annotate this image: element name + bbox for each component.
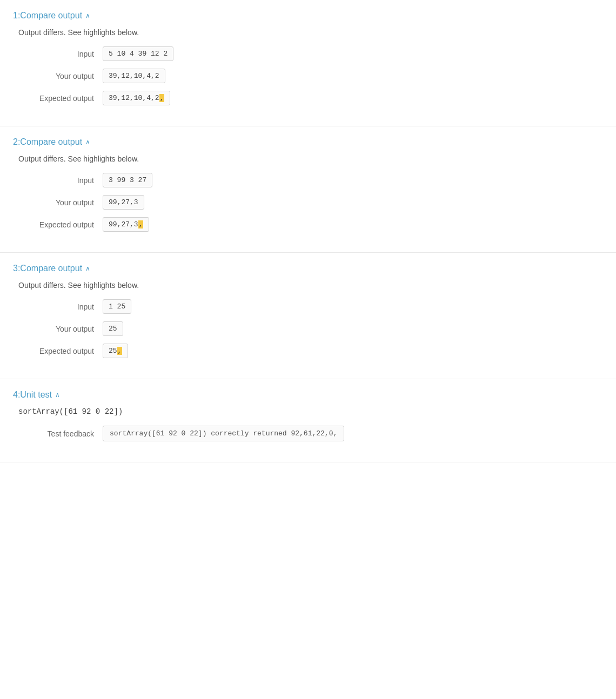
section-1-expected-plain: 39,12,10,4,2 <box>109 94 159 102</box>
section-2-title: 2:Compare output <box>13 137 82 147</box>
section-4-feedback-value: sortArray([61 92 0 22]) correctly return… <box>103 426 344 441</box>
section-3-header[interactable]: 3:Compare output ∧ <box>13 264 603 273</box>
section-2-expected-highlight: , <box>138 220 144 228</box>
section-4-title: 4:Unit test <box>13 390 52 400</box>
section-1-input-row: Input 5 10 4 39 12 2 <box>18 46 603 61</box>
section-1-header[interactable]: 1:Compare output ∧ <box>13 11 603 21</box>
section-1-expected-output-value: 39,12,10,4,2, <box>103 91 170 105</box>
section-1-chevron: ∧ <box>85 12 90 19</box>
section-2-header[interactable]: 2:Compare output ∧ <box>13 137 603 147</box>
section-1-your-output-label: Your output <box>18 72 94 80</box>
section-1-your-output-row: Your output 39,12,10,4,2 <box>18 69 603 83</box>
section-2-your-output-label: Your output <box>18 198 94 207</box>
section-4-unit-call: sortArray([61 92 0 22]) <box>18 407 603 416</box>
section-3-expected-output-row: Expected output 25, <box>18 344 603 358</box>
section-2-your-output-value: 99,27,3 <box>103 195 144 210</box>
section-1-expected-highlight: , <box>159 94 165 102</box>
section-1-your-output-value: 39,12,10,4,2 <box>103 69 165 83</box>
section-3-input-row: Input 1 25 <box>18 299 603 314</box>
section-1-title: 1:Compare output <box>13 11 82 21</box>
section-3-expected-plain: 25 <box>109 347 117 355</box>
section-2-expected-output-value: 99,27,3, <box>103 217 149 232</box>
section-3-your-output-label: Your output <box>18 325 94 333</box>
section-2-expected-output-row: Expected output 99,27,3, <box>18 217 603 232</box>
section-3-title: 3:Compare output <box>13 264 82 273</box>
compare-output-section-3: 3:Compare output ∧ Output differs. See h… <box>0 253 616 379</box>
section-2-expected-plain: 99,27,3 <box>109 220 138 228</box>
unit-test-section-4: 4:Unit test ∧ sortArray([61 92 0 22]) Te… <box>0 379 616 462</box>
section-3-input-value: 1 25 <box>103 299 131 314</box>
section-4-feedback-label: Test feedback <box>18 429 94 438</box>
section-1-status: Output differs. See highlights below. <box>18 28 603 37</box>
section-4-header[interactable]: 4:Unit test ∧ <box>13 390 603 400</box>
section-3-expected-output-value: 25, <box>103 344 128 358</box>
section-3-expected-output-label: Expected output <box>18 347 94 355</box>
section-1-input-label: Input <box>18 50 94 58</box>
section-1-expected-output-row: Expected output 39,12,10,4,2, <box>18 91 603 105</box>
section-3-your-output-value: 25 <box>103 321 123 336</box>
section-2-expected-output-label: Expected output <box>18 220 94 229</box>
section-2-input-value: 3 99 3 27 <box>103 173 152 187</box>
section-3-status: Output differs. See highlights below. <box>18 281 603 290</box>
section-3-expected-highlight: , <box>117 347 123 355</box>
section-4-feedback-row: Test feedback sortArray([61 92 0 22]) co… <box>18 426 603 441</box>
section-2-input-label: Input <box>18 176 94 185</box>
section-2-your-output-row: Your output 99,27,3 <box>18 195 603 210</box>
compare-output-section-2: 2:Compare output ∧ Output differs. See h… <box>0 126 616 253</box>
section-3-input-label: Input <box>18 303 94 311</box>
section-3-your-output-row: Your output 25 <box>18 321 603 336</box>
section-2-chevron: ∧ <box>85 138 90 146</box>
section-1-expected-output-label: Expected output <box>18 94 94 103</box>
section-4-chevron: ∧ <box>55 391 60 399</box>
section-3-chevron: ∧ <box>85 265 90 272</box>
compare-output-section-1: 1:Compare output ∧ Output differs. See h… <box>0 0 616 126</box>
section-2-status: Output differs. See highlights below. <box>18 154 603 163</box>
section-2-input-row: Input 3 99 3 27 <box>18 173 603 187</box>
section-1-input-value: 5 10 4 39 12 2 <box>103 46 173 61</box>
